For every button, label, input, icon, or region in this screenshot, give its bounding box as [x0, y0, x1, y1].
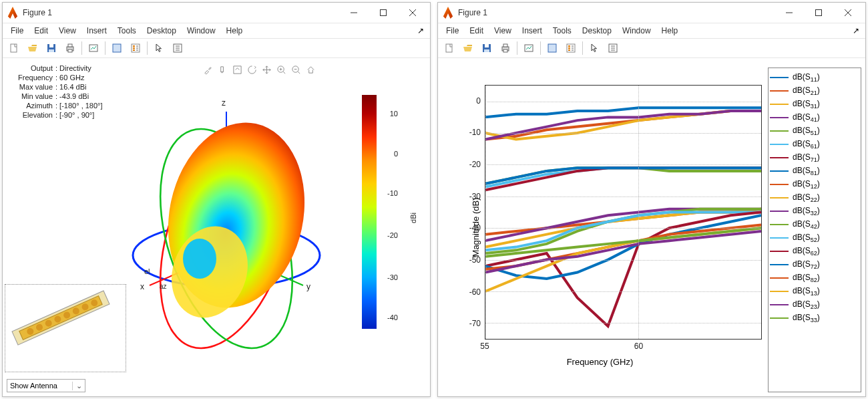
legend-item[interactable]: dB(S32): [770, 205, 859, 218]
datalink-button[interactable]: [520, 39, 537, 57]
legend-item[interactable]: dB(S52): [770, 231, 859, 245]
legend-item[interactable]: dB(S21): [770, 84, 859, 98]
save-button[interactable]: [43, 39, 60, 57]
legend-item[interactable]: dB(S51): [770, 124, 859, 138]
svg-rect-32: [446, 44, 452, 52]
legend-item[interactable]: dB(S71): [770, 151, 859, 164]
pointer-button[interactable]: [586, 39, 603, 57]
legend-item[interactable]: dB(S23): [770, 298, 859, 311]
pan-axes-button[interactable]: [260, 63, 272, 76]
legend-item[interactable]: dB(S61): [770, 138, 859, 151]
legend-label: dB(S52): [793, 233, 820, 243]
menu-insert[interactable]: Insert: [517, 25, 548, 37]
open-button[interactable]: [459, 39, 477, 57]
open-button[interactable]: [24, 39, 41, 57]
menubar-right: FileEditViewInsertToolsDesktopWindowHelp…: [438, 23, 865, 39]
svg-rect-35: [484, 49, 489, 52]
brush-axes-button[interactable]: [202, 63, 214, 76]
svg-rect-7: [68, 49, 72, 52]
menu-tools[interactable]: Tools: [548, 25, 577, 37]
menu-view[interactable]: View: [53, 25, 81, 37]
pointer-button[interactable]: [150, 39, 168, 57]
minimize-button[interactable]: [339, 3, 369, 22]
insert-legend-button[interactable]: [127, 39, 144, 57]
erase-axes-button[interactable]: [216, 63, 228, 76]
menu-restore-icon[interactable]: ↗: [414, 25, 427, 37]
minimize-button[interactable]: [775, 3, 804, 22]
menu-window[interactable]: Window: [182, 25, 221, 37]
legend-item[interactable]: dB(S13): [770, 285, 859, 298]
legend-swatch: [770, 304, 789, 305]
menu-tools[interactable]: Tools: [112, 25, 142, 37]
colorbar[interactable]: [362, 95, 377, 329]
legend-item[interactable]: dB(S42): [770, 218, 859, 231]
close-button[interactable]: [833, 3, 863, 22]
x-ticks: 5560: [485, 342, 762, 352]
new-button[interactable]: [441, 39, 458, 57]
titlebar[interactable]: Figure 1: [438, 3, 865, 23]
show-antenna-dropdown[interactable]: Show Antenna ⌄: [7, 379, 85, 392]
legend-label: dB(S21): [793, 86, 820, 96]
legend-item[interactable]: dB(S31): [770, 98, 859, 111]
inspector-button[interactable]: [169, 39, 186, 57]
box-out-axes-button[interactable]: [231, 63, 243, 76]
maximize-button[interactable]: [369, 3, 398, 22]
chart-plot-area[interactable]: [485, 85, 762, 340]
rotate3d-axes-button[interactable]: [246, 63, 258, 76]
legend-label: dB(S41): [793, 112, 820, 123]
legend-item[interactable]: dB(S22): [770, 191, 859, 205]
menu-insert[interactable]: Insert: [81, 25, 112, 37]
axes-3d[interactable]: Output: DirectivityFrequency: 60 GHzMax …: [3, 58, 430, 396]
menu-restore-icon[interactable]: ↗: [849, 25, 863, 37]
datalink-button[interactable]: [85, 39, 102, 57]
inspector-button[interactable]: [604, 39, 622, 57]
legend-label: dB(S33): [793, 313, 820, 323]
legend-item[interactable]: dB(S72): [770, 258, 859, 271]
home-axes-button[interactable]: [304, 63, 316, 76]
toolbar-left: [3, 39, 430, 58]
window-title: Figure 1: [23, 8, 339, 17]
zoom-out-axes-button[interactable]: [290, 63, 302, 76]
legend-item[interactable]: dB(S41): [770, 111, 859, 124]
chart-lines-svg: [485, 86, 761, 339]
save-button[interactable]: [478, 39, 495, 57]
print-button[interactable]: [497, 39, 514, 57]
menu-desktop[interactable]: Desktop: [142, 25, 182, 37]
insert-box-button[interactable]: [108, 39, 126, 57]
legend-swatch: [770, 157, 789, 158]
menu-desktop[interactable]: Desktop: [577, 25, 617, 37]
menu-help[interactable]: Help: [656, 25, 684, 37]
menu-file[interactable]: File: [441, 25, 464, 37]
menu-help[interactable]: Help: [221, 25, 248, 37]
legend-label: dB(S31): [793, 99, 820, 110]
legend-item[interactable]: dB(S81): [770, 164, 859, 178]
legend-swatch: [770, 184, 789, 185]
radiation-pattern-3d[interactable]: z x y az el: [123, 85, 330, 366]
print-button[interactable]: [61, 39, 79, 57]
legend[interactable]: dB(S11)dB(S21)dB(S31)dB(S41)dB(S51)dB(S6…: [768, 68, 861, 392]
new-button[interactable]: [5, 39, 23, 57]
axes-2d[interactable]: 0-10-20-30-40-50-60-70 5560 Magnitude (d…: [438, 58, 865, 396]
insert-box-button[interactable]: [544, 39, 561, 57]
legend-item[interactable]: dB(S33): [770, 311, 859, 325]
legend-item[interactable]: dB(S11): [770, 71, 859, 84]
titlebar[interactable]: Figure 1: [3, 3, 430, 23]
menu-view[interactable]: View: [489, 25, 517, 37]
insert-legend-button[interactable]: [562, 39, 580, 57]
menu-window[interactable]: Window: [617, 25, 656, 37]
menu-edit[interactable]: Edit: [464, 25, 489, 37]
legend-label: dB(S23): [793, 299, 820, 310]
legend-item[interactable]: dB(S82): [770, 271, 859, 285]
legend-item[interactable]: dB(S62): [770, 245, 859, 258]
axis-x-label: x: [140, 282, 144, 291]
menu-file[interactable]: File: [5, 25, 29, 37]
zoom-in-axes-button[interactable]: [275, 63, 287, 76]
svg-point-20: [183, 239, 216, 279]
maximize-button[interactable]: [804, 3, 833, 22]
close-button[interactable]: [398, 3, 427, 22]
svg-rect-3: [49, 44, 53, 47]
antenna-inset[interactable]: [5, 284, 126, 372]
legend-item[interactable]: dB(S12): [770, 178, 859, 191]
legend-label: dB(S42): [793, 219, 820, 230]
menu-edit[interactable]: Edit: [29, 25, 53, 37]
